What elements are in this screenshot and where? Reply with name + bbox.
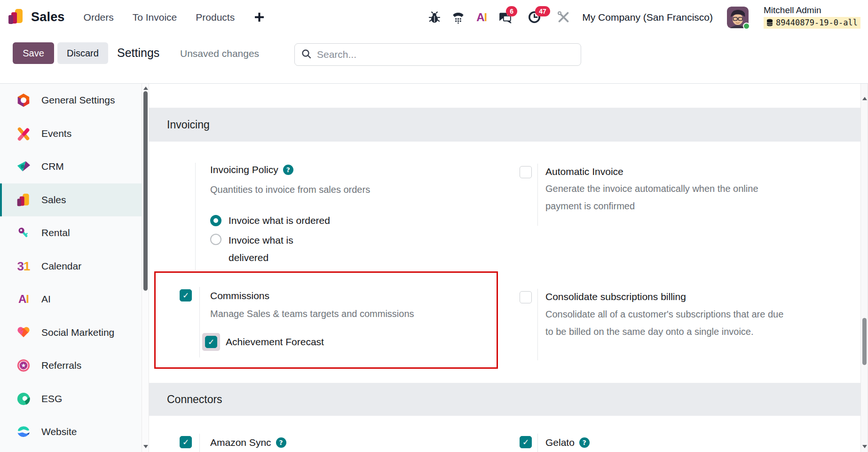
achievement-forecast-label: Achievement Forecast [226,335,324,349]
app-switcher[interactable]: Sales [8,8,65,27]
phone-icon[interactable] [451,11,465,24]
setting-divider [537,164,538,226]
setting-divider [537,289,538,360]
sidebar-item-rental[interactable]: Rental [0,216,142,250]
user-name: Mitchell Admin [764,6,860,16]
setting-divider [537,434,538,452]
general-settings-icon [16,93,31,108]
app-name[interactable]: Sales [31,10,65,24]
scroll-up-icon[interactable] [143,87,148,90]
sidebar-item-label: CRM [41,161,64,172]
user-menu[interactable]: Mitchell Admin 89440879-19-0-all [764,6,860,28]
activities-icon[interactable]: 47 [528,11,541,24]
sidebar-item-referrals[interactable]: ★ Referrals [0,349,142,382]
help-icon[interactable] [276,437,286,448]
sidebar-scrollbar[interactable] [142,84,149,452]
events-icon [16,126,31,141]
consolidate-subscriptions-description: Consolidate all of a customer's subscrip… [545,306,785,341]
sidebar-item-label: Social Marketing [41,327,114,338]
gelato-setting: Gelato [545,436,590,450]
company-switcher[interactable]: My Company (San Francisco) [582,12,713,23]
commissions-label: Commissions [210,289,269,303]
radio-invoice-ordered[interactable]: Invoice what is ordered [210,212,330,229]
sidebar-item-label: Sales [41,194,66,206]
amazon-sync-label: Amazon Sync [210,436,271,450]
scroll-down-icon[interactable] [862,445,867,448]
consolidate-subscriptions-checkbox[interactable] [520,291,532,303]
gelato-label: Gelato [545,436,575,450]
invoicing-policy-description: Quantities to invoice from sales orders [210,181,370,198]
sidebar-item-sales[interactable]: Sales [0,183,142,217]
amazon-sync-checkbox[interactable] [180,436,192,448]
scroll-down-icon[interactable] [143,445,148,448]
sidebar-item-crm[interactable]: CRM [0,150,142,183]
achievement-forecast-checkbox[interactable] [205,336,217,348]
sidebar-item-label: Events [41,128,71,139]
search-input[interactable] [317,49,574,60]
sidebar-item-website[interactable]: Website [0,415,142,449]
sidebar-item-general-settings[interactable]: General Settings [0,84,142,117]
crm-icon [16,159,31,174]
unsaved-changes-status: Unsaved changes [180,48,259,59]
systray: AI 6 47 [428,6,860,28]
setting-divider [199,287,200,357]
page-title: Settings [117,46,159,60]
radio-label: Invoice what is ordered [229,212,330,229]
section-header-connectors: Connectors [149,383,860,416]
radio-label: Invoice what is delivered [229,231,304,266]
help-icon[interactable] [579,437,590,448]
automatic-invoice-label: Automatic Invoice [545,165,623,179]
automatic-invoice-description: Generate the invoice automatically when … [545,180,781,215]
sidebar-item-social-marketing[interactable]: Social Marketing [0,316,142,349]
online-status-dot [743,23,750,30]
gelato-checkbox[interactable] [520,436,532,448]
radio-invoice-delivered[interactable]: Invoice what is delivered [210,231,304,266]
bug-icon[interactable] [428,11,441,24]
scroll-up-icon[interactable] [862,97,867,100]
menu-to-invoice[interactable]: To Invoice [133,12,177,23]
control-panel: Save Discard Settings Unsaved changes [0,34,868,83]
ai-app-icon: AI [16,292,31,307]
commissions-description: Manage Sales & teams targets and commiss… [210,305,414,323]
content-scrollbar[interactable] [860,84,868,452]
invoicing-policy-setting: Invoicing Policy [210,163,293,177]
content-scrollbar-thumb[interactable] [862,318,867,365]
sidebar-item-label: ESG [41,393,62,404]
menu-orders[interactable]: Orders [84,12,114,23]
messages-icon[interactable]: 6 [498,11,512,24]
tools-icon[interactable] [557,11,570,24]
settings-content: Invoicing Invoicing Policy Quantities to… [149,84,860,452]
sidebar-item-events[interactable]: Events [0,117,142,151]
commissions-checkbox[interactable] [180,289,192,301]
settings-body: General Settings Events [0,83,868,452]
radio-icon[interactable] [210,215,221,226]
sidebar-item-label: Referrals [41,360,81,371]
activities-badge: 47 [535,6,550,16]
search-icon [301,49,311,61]
messages-badge: 6 [506,6,517,16]
calendar-icon: 31 [16,259,31,274]
discard-button[interactable]: Discard [57,42,108,64]
avatar[interactable] [727,7,749,28]
sales-icon [16,192,31,207]
help-icon[interactable] [283,165,293,175]
sales-app-icon [8,8,24,27]
sidebar-scrollbar-thumb[interactable] [143,91,148,291]
ai-icon[interactable]: AI [475,11,488,24]
radio-icon[interactable] [210,234,221,245]
top-navbar: Sales Orders To Invoice Products [0,0,868,34]
consolidate-subscriptions-label: Consolidate subscriptions billing [545,290,686,304]
automatic-invoice-checkbox[interactable] [520,166,532,178]
section-header-invoicing: Invoicing [149,108,860,142]
sidebar-item-label: Rental [41,227,70,238]
sidebar-item-calendar[interactable]: 31 Calendar [0,250,142,283]
sidebar-item-esg[interactable]: ESG [0,382,142,416]
setting-divider [195,163,196,270]
referrals-icon: ★ [16,358,31,373]
plus-icon[interactable] [254,12,264,22]
menu-products[interactable]: Products [196,12,235,23]
rental-icon [16,225,31,240]
sidebar-item-ai[interactable]: AI AI [0,283,142,316]
database-icon [766,19,773,26]
save-button[interactable]: Save [13,42,54,64]
